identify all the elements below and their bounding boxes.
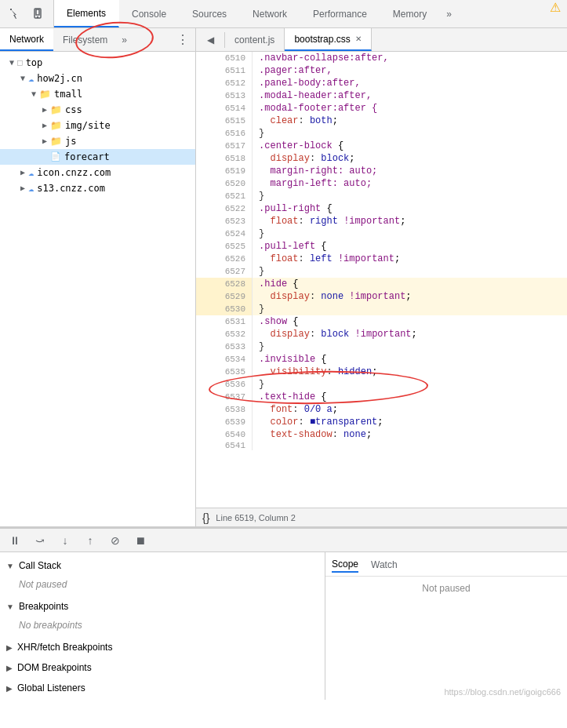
line-content: font: 0/0 a; (253, 403, 567, 416)
code-row[interactable]: 6536} (196, 378, 567, 391)
inspect-icon[interactable] (6, 5, 25, 24)
tree-label-s13: s13.cnzz.com (37, 181, 105, 195)
line-content: display: block !important; (253, 328, 567, 340)
code-row[interactable]: 6531.show { (196, 315, 567, 328)
tree-item-top[interactable]: □ top (0, 55, 195, 71)
panel-tab-filesystem[interactable]: Filesystem (53, 28, 117, 51)
dom-breakpoints-header[interactable]: ▶ DOM Breakpoints (0, 657, 325, 678)
line-number: 6533 (196, 340, 253, 353)
call-stack-header[interactable]: ▼ Call Stack (0, 555, 325, 576)
code-row[interactable]: 6525.pull-left { (196, 240, 567, 253)
panel-tab-more[interactable]: » (117, 35, 132, 46)
code-row[interactable]: 6541 (196, 441, 567, 450)
call-stack-content: Not paused (0, 576, 325, 596)
deactivate-button[interactable]: ⊘ (107, 532, 124, 549)
line-content: text-shadow: none; (253, 428, 567, 441)
line-content: } (253, 303, 567, 315)
panel-menu-icon[interactable]: ⋮ (170, 32, 195, 47)
folder-icon-js: 📁 (50, 134, 62, 148)
tab-console[interactable]: Console (119, 0, 180, 27)
line-content: } (253, 378, 567, 391)
line-number: 6514 (196, 102, 253, 115)
debug-tab-scope[interactable]: Scope (332, 559, 358, 573)
pause-button[interactable]: ⏸ (6, 532, 24, 549)
code-row[interactable]: 6514.modal-footer:after { (196, 102, 567, 115)
line-number: 6520 (196, 177, 253, 190)
code-row[interactable]: 6522.pull-right { (196, 202, 567, 215)
code-row[interactable]: 6540 text-shadow: none; (196, 428, 567, 441)
global-listeners-header[interactable]: ▶ Global Listeners (0, 678, 325, 698)
code-row[interactable]: 6534.invisible { (196, 353, 567, 366)
tree-arrow-how2j[interactable] (17, 71, 28, 86)
tab-memory[interactable]: Memory (380, 0, 440, 27)
code-row[interactable]: 6510.navbar-collapse:after, (196, 52, 567, 64)
code-row[interactable]: 6532 display: block !important; (196, 328, 567, 340)
code-row[interactable]: 6537.text-hide { (196, 391, 567, 403)
code-row[interactable]: 6526 float: left !important; (196, 253, 567, 265)
code-row[interactable]: 6512.panel-body:after, (196, 77, 567, 89)
tab-performance[interactable]: Performance (300, 0, 380, 27)
tree-arrow-css[interactable] (39, 103, 50, 117)
breakpoints-header[interactable]: ▼ Breakpoints (0, 596, 325, 617)
line-number: 6527 (196, 265, 253, 278)
code-row[interactable]: 6511.pager:after, (196, 64, 567, 77)
tab-network[interactable]: Network (240, 0, 300, 27)
code-row[interactable]: 6521} (196, 190, 567, 202)
code-row[interactable]: 6520 margin-left: auto; (196, 177, 567, 190)
code-row[interactable]: 6535 visibility: hidden; (196, 366, 567, 378)
code-row[interactable]: 6524} (196, 228, 567, 240)
code-row[interactable]: 6523 float: right !important; (196, 215, 567, 228)
tree-arrow-s13[interactable] (17, 181, 28, 195)
stop-button[interactable]: ⏹ (132, 532, 149, 549)
devtools-tab-bar: Elements Console Sources Network Perform… (0, 0, 567, 28)
tree-item-tmall[interactable]: 📁 tmall (0, 86, 195, 102)
step-into-button[interactable]: ↓ (56, 532, 74, 549)
tree-item-js[interactable]: 📁 js (0, 133, 195, 149)
code-row[interactable]: 6538 font: 0/0 a; (196, 403, 567, 416)
code-row[interactable]: 6530} (196, 303, 567, 315)
source-tab-bootstrap[interactable]: bootstrap.css ✕ (285, 28, 371, 51)
tree-item-how2j[interactable]: ☁ how2j.cn (0, 71, 195, 86)
code-row[interactable]: 6517.center-block { (196, 140, 567, 152)
tree-arrow-js[interactable] (39, 134, 50, 148)
code-row[interactable]: 6519 margin-right: auto; (196, 165, 567, 177)
tab-more[interactable]: » (440, 0, 458, 27)
source-tab-content[interactable]: content.js (225, 28, 285, 51)
step-out-button[interactable]: ↑ (82, 532, 99, 549)
line-number: 6525 (196, 240, 253, 253)
code-row[interactable]: 6529 display: none !important; (196, 290, 567, 303)
panel-tabs: Network Filesystem » ⋮ (0, 28, 195, 52)
status-position: Line 6519, Column 2 (216, 513, 296, 522)
source-tab-close-bootstrap[interactable]: ✕ (355, 35, 362, 43)
device-icon[interactable] (28, 5, 47, 24)
tree-arrow-icon[interactable] (17, 166, 28, 180)
code-row[interactable]: 6513.modal-header:after, (196, 89, 567, 102)
line-content: .pager:after, (253, 64, 567, 77)
code-row[interactable]: 6515 clear: both; (196, 115, 567, 127)
tree-item-icon[interactable]: ☁ icon.cnzz.com (0, 165, 195, 180)
source-code-view[interactable]: 6510.navbar-collapse:after,6511.pager:af… (196, 52, 567, 508)
code-row[interactable]: 6539 color: ■transparent; (196, 416, 567, 428)
line-content: } (253, 228, 567, 240)
code-row[interactable]: 6527} (196, 265, 567, 278)
tree-item-s13[interactable]: ☁ s13.cnzz.com (0, 180, 195, 196)
code-row[interactable]: 6518 display: block; (196, 152, 567, 165)
line-number: 6535 (196, 366, 253, 378)
panel-tab-network[interactable]: Network (0, 28, 53, 51)
tree-item-forecart[interactable]: 📄 forecart (0, 149, 195, 165)
tree-item-css[interactable]: 📁 css (0, 102, 195, 118)
tree-arrow-tmall[interactable] (28, 87, 39, 101)
xhr-breakpoints-header[interactable]: ▶ XHR/fetch Breakpoints (0, 637, 325, 657)
code-row[interactable]: 6533} (196, 340, 567, 353)
tree-arrow-imgsite[interactable] (39, 118, 50, 133)
tree-item-imgsite[interactable]: 📁 img/site (0, 118, 195, 133)
code-row[interactable]: 6516} (196, 127, 567, 140)
elements-panel: Network Filesystem » ⋮ □ top ☁ how2j.cn (0, 28, 196, 526)
tab-elements[interactable]: Elements (54, 0, 119, 27)
tree-arrow-top[interactable] (6, 56, 17, 70)
source-nav-icon[interactable]: ◀ (202, 32, 218, 48)
code-row[interactable]: 6528.hide { (196, 278, 567, 290)
tab-sources[interactable]: Sources (180, 0, 240, 27)
debug-tab-watch[interactable]: Watch (371, 559, 398, 572)
step-over-button[interactable]: ⤻ (31, 532, 49, 549)
